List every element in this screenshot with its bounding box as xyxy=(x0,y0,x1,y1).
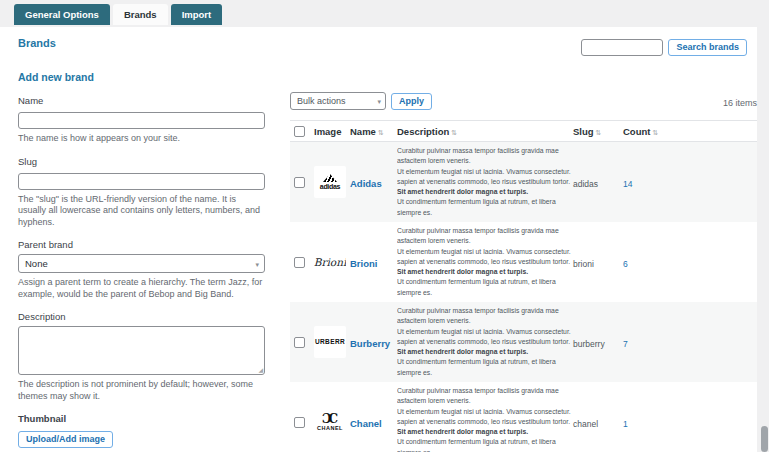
brand-description: Curabitur pulvinar massa tempor facilisi… xyxy=(397,226,573,298)
brand-logo-icon: URBERR xyxy=(315,339,345,346)
description-help: The description is not prominent by defa… xyxy=(18,379,265,402)
description-line: siempre es. xyxy=(397,368,573,378)
description-line: siempre es. xyxy=(397,448,573,452)
table-body: adidas Adidas Curabitur pulvinar massa t… xyxy=(290,142,757,452)
add-new-brand-form: Add new brand Name The name is how it ap… xyxy=(18,71,265,452)
sort-icon[interactable]: ⇅ xyxy=(451,129,457,136)
name-field[interactable] xyxy=(18,112,265,129)
brand-count-link[interactable]: 7 xyxy=(623,339,628,349)
brand-count-link[interactable]: 14 xyxy=(623,179,632,189)
apply-button[interactable]: Apply xyxy=(391,93,432,110)
description-textarea[interactable]: ◢ xyxy=(18,326,265,375)
slug-field[interactable] xyxy=(18,173,265,190)
brand-name-link[interactable]: Burberry xyxy=(350,338,390,349)
bulk-actions-toolbar: Bulk actions ▾ Apply xyxy=(290,91,757,111)
description-line: Ut condimentum fermentum ligula at rutru… xyxy=(397,277,573,287)
sort-icon[interactable]: ⇅ xyxy=(652,129,658,136)
tab-import[interactable]: Import xyxy=(171,4,223,25)
column-header-description[interactable]: Description⇅ xyxy=(397,126,573,137)
search-brands-button[interactable]: Search brands xyxy=(668,39,747,56)
table-header-row: Image Name⇅ Description⇅ Slug⇅ Count⇅ xyxy=(290,120,757,142)
thumbnail-upload-button[interactable]: Upload/Add image xyxy=(18,431,113,448)
description-line: Sit amet hendrerit dolor magna et turpis… xyxy=(397,347,573,357)
description-line: asfacitem lorem veneris. xyxy=(397,396,573,406)
chevron-down-icon: ▾ xyxy=(255,256,259,273)
bulk-actions-label: Bulk actions xyxy=(297,96,346,106)
brand-count-link[interactable]: 1 xyxy=(623,419,628,429)
page-title: Brands xyxy=(18,37,56,49)
brand-count-link[interactable]: 6 xyxy=(623,259,628,269)
description-line: Curabitur pulvinar massa tempor facilisi… xyxy=(397,386,573,396)
scrollbar-thumb[interactable] xyxy=(761,426,768,452)
description-line: Sit amet hendrerit dolor magna et turpis… xyxy=(397,267,573,277)
description-line: Ut elementum feugiat nisi ut lacinia. Vi… xyxy=(397,167,573,177)
brand-description: Curabitur pulvinar massa tempor facilisi… xyxy=(397,306,573,378)
brand-description: Curabitur pulvinar massa tempor facilisi… xyxy=(397,386,573,452)
column-header-name[interactable]: Name⇅ xyxy=(350,126,397,137)
brand-name-link[interactable]: Chanel xyxy=(350,418,382,429)
brand-logo-icon: Brioni xyxy=(314,257,346,268)
brand-image: Brioni xyxy=(314,246,346,278)
description-line: sapien at venenatis commodo, leo risus v… xyxy=(397,177,573,187)
brands-table-section: Bulk actions ▾ Apply 16 items Image Name… xyxy=(290,91,757,452)
description-line: Ut condimentum fermentum ligula at rutru… xyxy=(397,357,573,367)
description-line: siempre es. xyxy=(397,208,573,218)
description-line: Curabitur pulvinar massa tempor facilisi… xyxy=(397,306,573,316)
brand-image: ƆC CHANEL xyxy=(314,406,346,438)
description-line: Curabitur pulvinar massa tempor facilisi… xyxy=(397,146,573,156)
tab-brands[interactable]: Brands xyxy=(113,4,168,25)
slug-help: The "slug" is the URL-friendly version o… xyxy=(18,194,265,229)
description-line: Sit amet hendrerit dolor magna et turpis… xyxy=(397,427,573,437)
table-row: URBERR Burberry Curabitur pulvinar massa… xyxy=(290,302,757,382)
description-line: Ut elementum feugiat nisi ut lacinia. Vi… xyxy=(397,327,573,337)
tab-general-options[interactable]: General Options xyxy=(14,4,110,25)
table-row: Brioni Brioni Curabitur pulvinar massa t… xyxy=(290,222,757,302)
brand-slug: brioni xyxy=(573,259,594,269)
parent-brand-help: Assign a parent term to create a hierarc… xyxy=(18,277,265,300)
description-line: Sit amet hendrerit dolor magna et turpis… xyxy=(397,187,573,197)
tab-bar: General Options Brands Import xyxy=(14,4,222,25)
brand-description: Curabitur pulvinar massa tempor facilisi… xyxy=(397,146,573,218)
row-checkbox[interactable] xyxy=(294,337,305,348)
description-line: sapien at venenatis commodo, leo risus v… xyxy=(397,337,573,347)
search-input[interactable] xyxy=(581,39,663,56)
resize-grip-icon[interactable]: ◢ xyxy=(258,366,263,373)
table-row: adidas Adidas Curabitur pulvinar massa t… xyxy=(290,142,757,222)
table-row: ƆC CHANEL Chanel Curabitur pulvinar mass… xyxy=(290,382,757,452)
brand-slug: burberry xyxy=(573,339,605,349)
description-line: Ut elementum feugiat nisi ut lacinia. Vi… xyxy=(397,407,573,417)
chevron-down-icon: ▾ xyxy=(377,94,381,110)
description-line: asfacitem lorem veneris. xyxy=(397,316,573,326)
description-line: Curabitur pulvinar massa tempor facilisi… xyxy=(397,226,573,236)
brand-name-link[interactable]: Brioni xyxy=(350,258,377,269)
description-line: sapien at venenatis commodo, leo risus v… xyxy=(397,257,573,267)
description-label: Description xyxy=(18,311,265,322)
content-panel: Brands Search brands Add new brand Name … xyxy=(0,27,757,452)
sort-icon[interactable]: ⇅ xyxy=(596,129,602,136)
brand-slug: adidas xyxy=(573,179,598,189)
brand-logo-icon: ƆC CHANEL xyxy=(317,413,343,432)
row-checkbox[interactable] xyxy=(294,257,305,268)
brand-image: URBERR xyxy=(314,326,346,358)
name-help: The name is how it appears on your site. xyxy=(18,133,265,145)
brand-logo-icon: adidas xyxy=(320,174,340,190)
description-line: asfacitem lorem veneris. xyxy=(397,156,573,166)
name-label: Name xyxy=(18,95,265,106)
description-line: sapien at venenatis commodo, leo risus v… xyxy=(397,417,573,427)
column-header-count[interactable]: Count⇅ xyxy=(623,126,668,137)
row-checkbox[interactable] xyxy=(294,177,305,188)
description-line: Ut elementum feugiat nisi ut lacinia. Vi… xyxy=(397,247,573,257)
search-row: Search brands xyxy=(581,39,747,56)
brand-slug: chanel xyxy=(573,419,598,429)
slug-label: Slug xyxy=(18,156,265,167)
row-checkbox[interactable] xyxy=(294,417,305,428)
select-all-checkbox[interactable] xyxy=(294,126,305,137)
parent-brand-label: Parent brand xyxy=(18,239,265,250)
bulk-actions-select[interactable]: Bulk actions ▾ xyxy=(290,92,386,110)
column-header-slug[interactable]: Slug⇅ xyxy=(573,126,623,137)
sort-icon[interactable]: ⇅ xyxy=(378,129,384,136)
brand-name-link[interactable]: Adidas xyxy=(350,178,382,189)
column-header-image: Image xyxy=(314,126,350,137)
parent-brand-select[interactable]: None ▾ xyxy=(18,254,265,273)
brand-image: adidas xyxy=(314,166,346,198)
